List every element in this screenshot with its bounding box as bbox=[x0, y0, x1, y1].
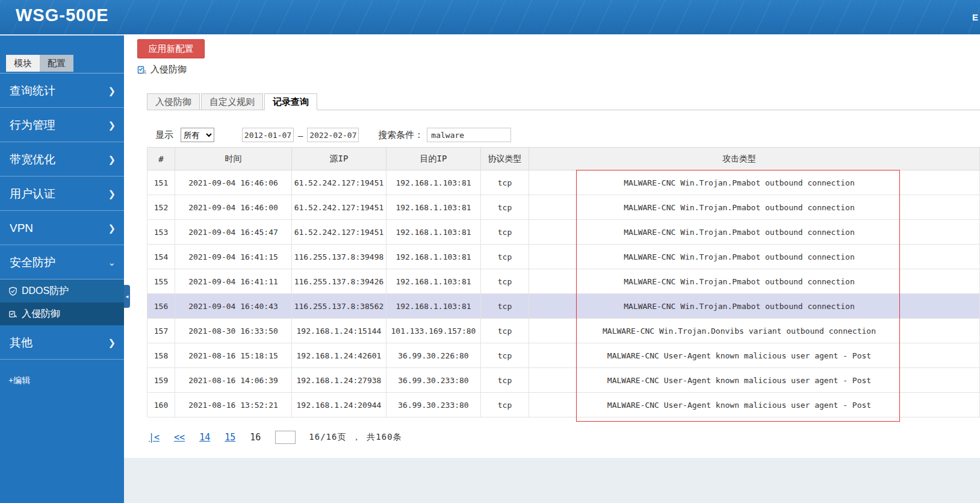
table-row[interactable]: 1542021-09-04 16:41:15116.255.137.8:3949… bbox=[147, 245, 980, 269]
table-cell: 61.52.242.127:19451 bbox=[292, 170, 386, 195]
table-cell: 36.99.30.226:80 bbox=[386, 343, 481, 368]
show-select[interactable]: 所有 bbox=[181, 128, 214, 142]
table-cell: 192.168.1.24:20944 bbox=[292, 393, 386, 417]
sidebar-item[interactable]: 其他❯ bbox=[0, 325, 124, 360]
sidebar-mode-tab-模块[interactable]: 模块 bbox=[6, 55, 40, 72]
chevron-icon: ❯ bbox=[108, 325, 116, 360]
sidebar-item-label: 其他 bbox=[10, 336, 33, 349]
table-row[interactable]: 1522021-09-04 16:46:0061.52.242.127:1945… bbox=[147, 195, 980, 220]
table-cell: 116.255.137.8:39426 bbox=[292, 269, 386, 294]
table-cell: tcp bbox=[481, 220, 529, 245]
table-cell: 36.99.30.233:80 bbox=[386, 368, 481, 393]
sidebar-item[interactable]: 安全防护⌄ bbox=[0, 245, 124, 280]
table-cell: 192.168.1.24:27938 bbox=[292, 368, 386, 393]
pagination-page-link[interactable]: 15 bbox=[225, 432, 235, 443]
sidebar-mode-tab-配置[interactable]: 配置 bbox=[40, 55, 73, 72]
records-table: #时间源IP目的IP协议类型攻击类型 1512021-09-04 16:46:0… bbox=[147, 147, 980, 417]
table-cell: 157 bbox=[147, 319, 175, 343]
breadcrumb-label: 入侵防御 bbox=[150, 64, 187, 75]
apply-config-button[interactable]: 应用新配置 bbox=[137, 39, 205, 58]
sidebar-item[interactable]: VPN❯ bbox=[0, 211, 124, 245]
table-cell: MALWARE-CNC Win.Trojan.Pmabot outbound c… bbox=[529, 245, 980, 269]
table-row[interactable]: 1552021-09-04 16:41:11116.255.137.8:3942… bbox=[147, 269, 980, 294]
table-cell: 2021-08-16 15:18:15 bbox=[175, 343, 292, 368]
show-label: 显示 bbox=[155, 130, 173, 141]
breadcrumb: 入侵防御 bbox=[137, 64, 980, 75]
table-cell: tcp bbox=[481, 269, 529, 294]
bottom-strip bbox=[124, 458, 980, 503]
table-cell: 192.168.1.24:42601 bbox=[292, 343, 386, 368]
sidebar-item-label: 安全防护 bbox=[10, 256, 55, 269]
table-cell: tcp bbox=[481, 170, 529, 195]
table-cell: MALWARE-CNC User-Agent known malicious u… bbox=[529, 393, 980, 417]
table-cell: tcp bbox=[481, 393, 529, 417]
table-cell: 2021-08-16 13:52:21 bbox=[175, 393, 292, 417]
table-row[interactable]: 1572021-08-30 16:33:50192.168.1.24:15144… bbox=[147, 319, 980, 343]
chevron-icon: ❯ bbox=[108, 108, 116, 142]
search-label: 搜索条件： bbox=[378, 130, 423, 141]
chevron-icon: ❯ bbox=[108, 211, 116, 245]
table-row[interactable]: 1582021-08-16 15:18:15192.168.1.24:42601… bbox=[147, 343, 980, 368]
date-to-input[interactable] bbox=[307, 128, 359, 142]
table-cell: 2021-08-30 16:33:50 bbox=[175, 319, 292, 343]
chevron-icon: ❯ bbox=[108, 142, 116, 177]
sidebar-item[interactable]: 带宽优化❯ bbox=[0, 142, 124, 177]
table-cell: 159 bbox=[147, 368, 175, 393]
table-cell: tcp bbox=[481, 245, 529, 269]
main-content: 应用新配置 入侵防御 入侵防御自定义规则记录查询 显示 所有 – 搜索条件： #… bbox=[124, 34, 980, 503]
filter-bar: 显示 所有 – 搜索条件： bbox=[155, 128, 980, 142]
table-cell: MALWARE-CNC Win.Trojan.Pmabot outbound c… bbox=[529, 170, 980, 195]
sidebar-item[interactable]: 行为管理❯ bbox=[0, 108, 124, 142]
column-header: 协议类型 bbox=[481, 148, 529, 170]
table-cell: MALWARE-CNC User-Agent known malicious u… bbox=[529, 368, 980, 393]
pagination-page-link[interactable]: 14 bbox=[199, 432, 210, 443]
column-header: 目的IP bbox=[386, 148, 481, 170]
table-cell: 116.255.137.8:39498 bbox=[292, 245, 386, 269]
table-row[interactable]: 1592021-08-16 14:06:39192.168.1.24:27938… bbox=[147, 368, 980, 393]
content-tab[interactable]: 记录查询 bbox=[264, 93, 317, 110]
table-row[interactable]: 1532021-09-04 16:45:4761.52.242.127:1945… bbox=[147, 220, 980, 245]
sidebar-subitem[interactable]: DDOS防护 bbox=[0, 280, 124, 302]
column-header: 时间 bbox=[175, 148, 292, 170]
table-cell: MALWARE-CNC Win.Trojan.Pmabot outbound c… bbox=[529, 294, 980, 319]
app-title: WSG-500E bbox=[16, 5, 109, 25]
table-cell: 152 bbox=[147, 195, 175, 220]
table-row[interactable]: 1512021-09-04 16:46:0661.52.242.127:1945… bbox=[147, 170, 980, 195]
sidebar-item[interactable]: 查询统计❯ bbox=[0, 73, 124, 108]
date-from-input[interactable] bbox=[242, 128, 294, 142]
pagination-prev-button[interactable]: << bbox=[174, 432, 185, 443]
chevron-icon: ⌄ bbox=[108, 245, 116, 280]
pagination-summary: 16/16页 ， 共160条 bbox=[309, 432, 402, 443]
table-row[interactable]: 1562021-09-04 16:40:43116.255.137.8:3856… bbox=[147, 294, 980, 319]
content-tab[interactable]: 入侵防御 bbox=[147, 93, 200, 110]
table-cell: 192.168.1.103:81 bbox=[386, 294, 481, 319]
table-cell: 2021-09-04 16:40:43 bbox=[175, 294, 292, 319]
search-input[interactable] bbox=[427, 128, 511, 142]
sidebar-edit-link[interactable]: +编辑 bbox=[0, 360, 124, 386]
table-cell: 2021-09-04 16:46:00 bbox=[175, 195, 292, 220]
table-row[interactable]: 1602021-08-16 13:52:21192.168.1.24:20944… bbox=[147, 393, 980, 417]
table-cell: 192.168.1.103:81 bbox=[386, 195, 481, 220]
pagination: |< << 1415 16 16/16页 ， 共160条 bbox=[149, 431, 980, 444]
sidebar-item[interactable]: 用户认证❯ bbox=[0, 177, 124, 211]
table-cell: 36.99.30.233:80 bbox=[386, 393, 481, 417]
sidebar-subitem[interactable]: 入侵防御 bbox=[0, 302, 124, 325]
table-cell: 192.168.1.103:81 bbox=[386, 220, 481, 245]
sidebar-submenu: DDOS防护入侵防御 bbox=[0, 280, 124, 325]
content-tab[interactable]: 自定义规则 bbox=[201, 93, 263, 110]
table-cell: tcp bbox=[481, 195, 529, 220]
sidebar-subitem-label: 入侵防御 bbox=[22, 302, 60, 325]
intrusion-defense-icon bbox=[8, 310, 17, 319]
table-cell: MALWARE-CNC Win.Trojan.Pmabot outbound c… bbox=[529, 269, 980, 294]
table-cell: MALWARE-CNC Win.Trojan.Pmabot outbound c… bbox=[529, 195, 980, 220]
sidebar-collapse-handle[interactable]: ◂ bbox=[124, 285, 130, 308]
pagination-first-button[interactable]: |< bbox=[149, 432, 160, 443]
pagination-page-input[interactable] bbox=[275, 431, 296, 444]
shield-check-icon bbox=[8, 287, 17, 296]
column-header: 源IP bbox=[292, 148, 386, 170]
intrusion-defense-icon bbox=[137, 65, 147, 75]
table-cell: 61.52.242.127:19451 bbox=[292, 195, 386, 220]
table-cell: 192.168.1.24:15144 bbox=[292, 319, 386, 343]
table-cell: MALWARE-CNC Win.Trojan.Donvibs variant o… bbox=[529, 319, 980, 343]
column-header: 攻击类型 bbox=[529, 148, 980, 170]
